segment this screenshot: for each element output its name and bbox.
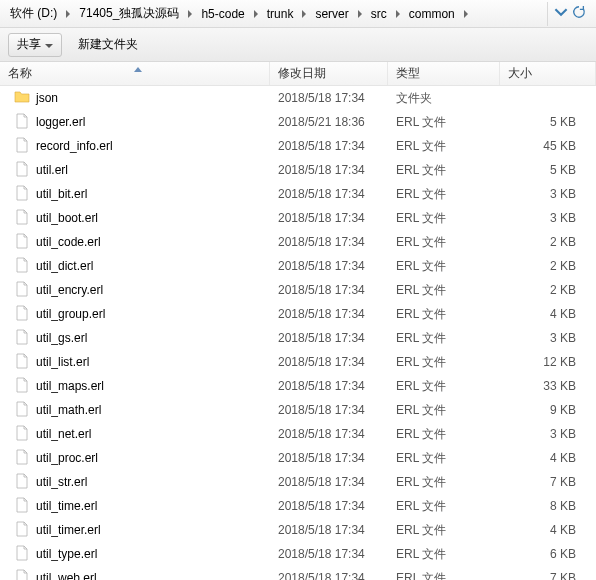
file-name-cell: util_encry.erl: [0, 281, 270, 300]
file-name-cell: util_code.erl: [0, 233, 270, 252]
file-name-cell: util_group.erl: [0, 305, 270, 324]
new-folder-label: 新建文件夹: [78, 37, 138, 51]
breadcrumb-segment[interactable]: 软件 (D:): [4, 2, 63, 26]
chevron-right-icon[interactable]: [299, 2, 309, 26]
file-icon: [14, 497, 30, 516]
breadcrumb-segment[interactable]: trunk: [261, 2, 300, 26]
file-name-cell: record_info.erl: [0, 137, 270, 156]
file-icon: [14, 353, 30, 372]
table-row[interactable]: logger.erl2018/5/21 18:36ERL 文件5 KB: [0, 110, 596, 134]
breadcrumb-segment[interactable]: common: [403, 2, 461, 26]
file-date-cell: 2018/5/18 17:34: [270, 499, 388, 513]
file-type-cell: ERL 文件: [388, 354, 500, 371]
breadcrumb-label: server: [315, 7, 348, 21]
file-icon: [14, 377, 30, 396]
share-button[interactable]: 共享: [8, 33, 62, 57]
table-row[interactable]: util_dict.erl2018/5/18 17:34ERL 文件2 KB: [0, 254, 596, 278]
column-type[interactable]: 类型: [388, 62, 500, 85]
file-date-cell: 2018/5/18 17:34: [270, 259, 388, 273]
file-date-cell: 2018/5/18 17:34: [270, 427, 388, 441]
file-date-cell: 2018/5/18 17:34: [270, 283, 388, 297]
file-icon: [14, 473, 30, 492]
file-name-cell: util_proc.erl: [0, 449, 270, 468]
breadcrumb-segment[interactable]: server: [309, 2, 354, 26]
table-row[interactable]: util_encry.erl2018/5/18 17:34ERL 文件2 KB: [0, 278, 596, 302]
file-name-label: util_proc.erl: [36, 451, 98, 465]
table-row[interactable]: util_boot.erl2018/5/18 17:34ERL 文件3 KB: [0, 206, 596, 230]
file-type-cell: ERL 文件: [388, 498, 500, 515]
file-size-cell: 9 KB: [500, 403, 596, 417]
folder-icon: [14, 89, 30, 108]
share-label: 共享: [17, 36, 41, 53]
file-name-cell: json: [0, 89, 270, 108]
file-name-label: util_type.erl: [36, 547, 97, 561]
chevron-right-icon[interactable]: [393, 2, 403, 26]
breadcrumb: 软件 (D:)71405_独孤决源码h5-codetrunkserversrcc…: [0, 0, 596, 28]
new-folder-button[interactable]: 新建文件夹: [72, 34, 144, 55]
table-row[interactable]: util_time.erl2018/5/18 17:34ERL 文件8 KB: [0, 494, 596, 518]
column-headers: 名称 修改日期 类型 大小: [0, 62, 596, 86]
table-row[interactable]: util_str.erl2018/5/18 17:34ERL 文件7 KB: [0, 470, 596, 494]
column-size[interactable]: 大小: [500, 62, 596, 85]
file-type-cell: ERL 文件: [388, 522, 500, 539]
table-row[interactable]: util_bit.erl2018/5/18 17:34ERL 文件3 KB: [0, 182, 596, 206]
table-row[interactable]: util_web.erl2018/5/18 17:34ERL 文件7 KB: [0, 566, 596, 580]
file-date-cell: 2018/5/18 17:34: [270, 331, 388, 345]
file-type-cell: ERL 文件: [388, 210, 500, 227]
table-row[interactable]: util_code.erl2018/5/18 17:34ERL 文件2 KB: [0, 230, 596, 254]
chevron-right-icon[interactable]: [63, 2, 73, 26]
file-name-label: util_net.erl: [36, 427, 91, 441]
breadcrumb-segment[interactable]: h5-code: [195, 2, 250, 26]
file-name-cell: util_time.erl: [0, 497, 270, 516]
file-size-cell: 4 KB: [500, 523, 596, 537]
chevron-right-icon[interactable]: [355, 2, 365, 26]
table-row[interactable]: util_group.erl2018/5/18 17:34ERL 文件4 KB: [0, 302, 596, 326]
breadcrumb-label: src: [371, 7, 387, 21]
chevron-right-icon[interactable]: [251, 2, 261, 26]
file-icon: [14, 569, 30, 581]
file-date-cell: 2018/5/18 17:34: [270, 547, 388, 561]
refresh-button[interactable]: [547, 2, 592, 26]
file-type-cell: ERL 文件: [388, 330, 500, 347]
breadcrumb-segment[interactable]: 71405_独孤决源码: [73, 2, 185, 26]
file-name-cell: util_net.erl: [0, 425, 270, 444]
chevron-right-icon[interactable]: [185, 2, 195, 26]
file-name-cell: util_type.erl: [0, 545, 270, 564]
file-icon: [14, 185, 30, 204]
file-type-cell: ERL 文件: [388, 186, 500, 203]
breadcrumb-segment[interactable]: src: [365, 2, 393, 26]
file-date-cell: 2018/5/18 17:34: [270, 379, 388, 393]
table-row[interactable]: util_list.erl2018/5/18 17:34ERL 文件12 KB: [0, 350, 596, 374]
column-date[interactable]: 修改日期: [270, 62, 388, 85]
file-size-cell: 8 KB: [500, 499, 596, 513]
table-row[interactable]: util_maps.erl2018/5/18 17:34ERL 文件33 KB: [0, 374, 596, 398]
file-type-cell: ERL 文件: [388, 114, 500, 131]
file-size-cell: 33 KB: [500, 379, 596, 393]
file-icon: [14, 449, 30, 468]
file-date-cell: 2018/5/18 17:34: [270, 139, 388, 153]
file-type-cell: ERL 文件: [388, 474, 500, 491]
table-row[interactable]: util_type.erl2018/5/18 17:34ERL 文件6 KB: [0, 542, 596, 566]
file-icon: [14, 161, 30, 180]
table-row[interactable]: util_math.erl2018/5/18 17:34ERL 文件9 KB: [0, 398, 596, 422]
table-row[interactable]: util_gs.erl2018/5/18 17:34ERL 文件3 KB: [0, 326, 596, 350]
table-row[interactable]: json2018/5/18 17:34文件夹: [0, 86, 596, 110]
file-name-cell: util_gs.erl: [0, 329, 270, 348]
table-row[interactable]: util.erl2018/5/18 17:34ERL 文件5 KB: [0, 158, 596, 182]
table-row[interactable]: util_proc.erl2018/5/18 17:34ERL 文件4 KB: [0, 446, 596, 470]
dropdown-arrow-icon: [45, 38, 53, 52]
file-icon: [14, 401, 30, 420]
chevron-right-icon[interactable]: [461, 2, 471, 26]
file-icon: [14, 113, 30, 132]
breadcrumb-label: trunk: [267, 7, 294, 21]
file-date-cell: 2018/5/18 17:34: [270, 403, 388, 417]
file-type-cell: ERL 文件: [388, 258, 500, 275]
file-date-cell: 2018/5/18 17:34: [270, 307, 388, 321]
table-row[interactable]: record_info.erl2018/5/18 17:34ERL 文件45 K…: [0, 134, 596, 158]
table-row[interactable]: util_timer.erl2018/5/18 17:34ERL 文件4 KB: [0, 518, 596, 542]
file-size-cell: 7 KB: [500, 475, 596, 489]
table-row[interactable]: util_net.erl2018/5/18 17:34ERL 文件3 KB: [0, 422, 596, 446]
file-name-label: util_gs.erl: [36, 331, 87, 345]
file-size-cell: 2 KB: [500, 235, 596, 249]
breadcrumb-label: common: [409, 7, 455, 21]
